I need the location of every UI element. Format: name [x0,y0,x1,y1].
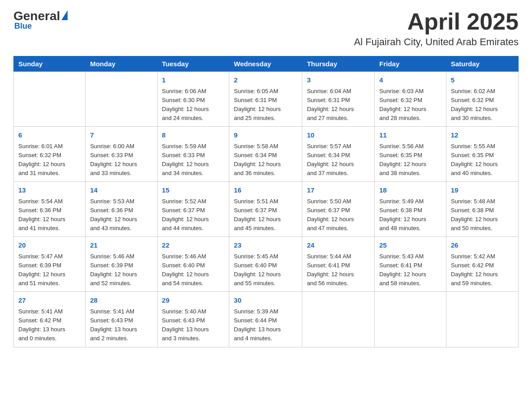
day-info: Sunrise: 5:51 AMSunset: 6:37 PMDaylight:… [234,197,297,233]
day-number: 13 [18,185,81,196]
day-info: Sunrise: 5:56 AMSunset: 6:35 PMDaylight:… [379,142,442,178]
day-number: 17 [307,185,370,196]
table-row: 19Sunrise: 5:48 AMSunset: 6:38 PMDayligh… [446,182,518,237]
calendar-week-row: 1Sunrise: 6:06 AMSunset: 6:30 PMDaylight… [14,72,519,127]
day-number: 5 [451,75,514,86]
table-row [446,292,518,347]
col-wednesday: Wednesday [229,56,302,72]
table-row: 3Sunrise: 6:04 AMSunset: 6:31 PMDaylight… [302,72,375,127]
day-info: Sunrise: 6:01 AMSunset: 6:32 PMDaylight:… [18,142,81,178]
table-row: 9Sunrise: 5:58 AMSunset: 6:34 PMDaylight… [229,127,302,182]
day-info: Sunrise: 5:57 AMSunset: 6:34 PMDaylight:… [307,142,370,178]
calendar-table: Sunday Monday Tuesday Wednesday Thursday… [13,56,519,347]
day-info: Sunrise: 5:41 AMSunset: 6:42 PMDaylight:… [18,307,81,343]
table-row: 7Sunrise: 6:00 AMSunset: 6:33 PMDaylight… [86,127,157,182]
calendar-week-row: 27Sunrise: 5:41 AMSunset: 6:42 PMDayligh… [14,292,519,347]
day-info: Sunrise: 5:42 AMSunset: 6:42 PMDaylight:… [451,252,514,288]
col-tuesday: Tuesday [157,56,229,72]
day-number: 23 [234,240,297,251]
day-info: Sunrise: 5:54 AMSunset: 6:36 PMDaylight:… [18,197,81,233]
table-row [302,292,375,347]
day-info: Sunrise: 5:45 AMSunset: 6:40 PMDaylight:… [234,252,297,288]
table-row: 30Sunrise: 5:39 AMSunset: 6:44 PMDayligh… [229,292,302,347]
day-info: Sunrise: 5:49 AMSunset: 6:38 PMDaylight:… [379,197,442,233]
day-number: 3 [307,75,370,86]
day-info: Sunrise: 5:46 AMSunset: 6:40 PMDaylight:… [162,252,225,288]
table-row: 4Sunrise: 6:03 AMSunset: 6:32 PMDaylight… [374,72,446,127]
table-row: 29Sunrise: 5:40 AMSunset: 6:43 PMDayligh… [157,292,229,347]
table-row [374,292,446,347]
table-row: 23Sunrise: 5:45 AMSunset: 6:40 PMDayligh… [229,237,302,292]
day-number: 15 [162,185,225,196]
day-number: 27 [18,295,81,306]
day-number: 18 [379,185,442,196]
day-info: Sunrise: 5:55 AMSunset: 6:35 PMDaylight:… [451,142,514,178]
title-area: April 2025 Al Fujairah City, United Arab… [354,9,519,48]
col-sunday: Sunday [14,56,86,72]
table-row: 2Sunrise: 6:05 AMSunset: 6:31 PMDaylight… [229,72,302,127]
col-saturday: Saturday [446,56,518,72]
day-info: Sunrise: 5:41 AMSunset: 6:43 PMDaylight:… [90,307,152,343]
day-info: Sunrise: 6:03 AMSunset: 6:32 PMDaylight:… [379,87,442,123]
day-info: Sunrise: 6:00 AMSunset: 6:33 PMDaylight:… [90,142,152,178]
day-number: 30 [234,295,297,306]
location-subtitle: Al Fujairah City, United Arab Emirates [354,36,519,48]
table-row: 22Sunrise: 5:46 AMSunset: 6:40 PMDayligh… [157,237,229,292]
table-row: 8Sunrise: 5:59 AMSunset: 6:33 PMDaylight… [157,127,229,182]
day-number: 21 [90,240,152,251]
table-row: 10Sunrise: 5:57 AMSunset: 6:34 PMDayligh… [302,127,375,182]
day-number: 11 [379,130,442,141]
day-info: Sunrise: 5:46 AMSunset: 6:39 PMDaylight:… [90,252,152,288]
day-number: 29 [162,295,225,306]
day-info: Sunrise: 5:39 AMSunset: 6:44 PMDaylight:… [234,307,297,343]
day-number: 4 [379,75,442,86]
logo-triangle-icon [61,10,68,20]
day-info: Sunrise: 6:02 AMSunset: 6:32 PMDaylight:… [451,87,514,123]
table-row: 18Sunrise: 5:49 AMSunset: 6:38 PMDayligh… [374,182,446,237]
day-number: 8 [162,130,225,141]
day-info: Sunrise: 5:58 AMSunset: 6:34 PMDaylight:… [234,142,297,178]
logo: General Blue [13,9,68,31]
table-row: 11Sunrise: 5:56 AMSunset: 6:35 PMDayligh… [374,127,446,182]
table-row: 17Sunrise: 5:50 AMSunset: 6:37 PMDayligh… [302,182,375,237]
logo-blue-text: Blue [13,21,32,31]
table-row: 12Sunrise: 5:55 AMSunset: 6:35 PMDayligh… [446,127,518,182]
day-number: 28 [90,295,152,306]
table-row: 21Sunrise: 5:46 AMSunset: 6:39 PMDayligh… [86,237,157,292]
day-number: 10 [307,130,370,141]
calendar-header-row: Sunday Monday Tuesday Wednesday Thursday… [14,56,519,72]
day-info: Sunrise: 5:59 AMSunset: 6:33 PMDaylight:… [162,142,225,178]
day-number: 22 [162,240,225,251]
day-number: 2 [234,75,297,86]
table-row [14,72,86,127]
calendar-week-row: 6Sunrise: 6:01 AMSunset: 6:32 PMDaylight… [14,127,519,182]
day-number: 16 [234,185,297,196]
day-number: 12 [451,130,514,141]
table-row: 6Sunrise: 6:01 AMSunset: 6:32 PMDaylight… [14,127,86,182]
day-info: Sunrise: 5:47 AMSunset: 6:39 PMDaylight:… [18,252,81,288]
day-number: 14 [90,185,152,196]
calendar-week-row: 13Sunrise: 5:54 AMSunset: 6:36 PMDayligh… [14,182,519,237]
day-number: 26 [451,240,514,251]
col-thursday: Thursday [302,56,375,72]
day-number: 1 [162,75,225,86]
table-row: 16Sunrise: 5:51 AMSunset: 6:37 PMDayligh… [229,182,302,237]
day-info: Sunrise: 5:52 AMSunset: 6:37 PMDaylight:… [162,197,225,233]
day-info: Sunrise: 5:48 AMSunset: 6:38 PMDaylight:… [451,197,514,233]
table-row: 15Sunrise: 5:52 AMSunset: 6:37 PMDayligh… [157,182,229,237]
day-info: Sunrise: 5:44 AMSunset: 6:41 PMDaylight:… [307,252,370,288]
day-info: Sunrise: 5:53 AMSunset: 6:36 PMDaylight:… [90,197,152,233]
table-row: 28Sunrise: 5:41 AMSunset: 6:43 PMDayligh… [86,292,157,347]
day-info: Sunrise: 5:40 AMSunset: 6:43 PMDaylight:… [162,307,225,343]
table-row: 24Sunrise: 5:44 AMSunset: 6:41 PMDayligh… [302,237,375,292]
table-row: 25Sunrise: 5:43 AMSunset: 6:41 PMDayligh… [374,237,446,292]
col-monday: Monday [86,56,157,72]
table-row: 1Sunrise: 6:06 AMSunset: 6:30 PMDaylight… [157,72,229,127]
col-friday: Friday [374,56,446,72]
table-row: 26Sunrise: 5:42 AMSunset: 6:42 PMDayligh… [446,237,518,292]
day-number: 19 [451,185,514,196]
table-row: 20Sunrise: 5:47 AMSunset: 6:39 PMDayligh… [14,237,86,292]
day-info: Sunrise: 6:05 AMSunset: 6:31 PMDaylight:… [234,87,297,123]
day-number: 7 [90,130,152,141]
day-info: Sunrise: 5:50 AMSunset: 6:37 PMDaylight:… [307,197,370,233]
